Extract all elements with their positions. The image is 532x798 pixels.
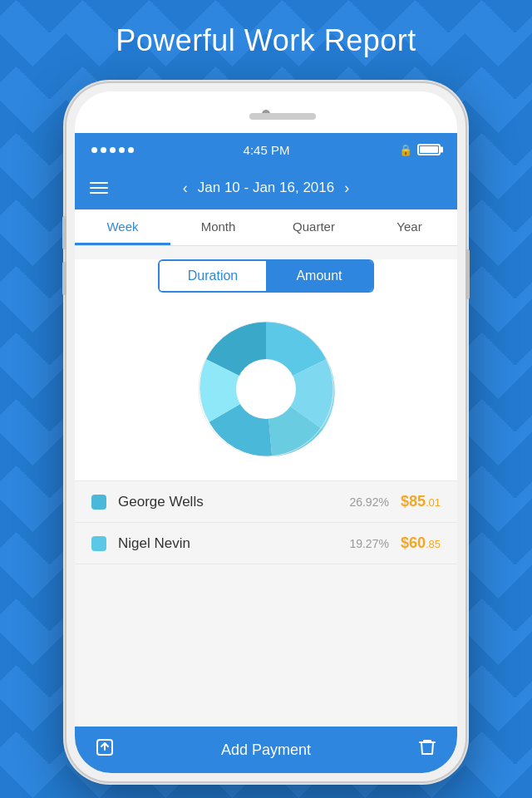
hamburger-line-3	[90, 192, 108, 194]
hamburger-line-2	[90, 187, 108, 189]
power-button[interactable]	[466, 249, 470, 299]
tab-month[interactable]: Month	[170, 209, 266, 245]
signal-dot-5	[128, 147, 134, 153]
tab-quarter[interactable]: Quarter	[266, 209, 362, 245]
signal-dots	[91, 147, 134, 153]
hamburger-line-1	[90, 182, 108, 184]
segment-duration[interactable]: Duration	[160, 261, 266, 291]
phone-screen: 4:45 PM 🔒 ‹ Jan 10 - Jan 16, 2016	[75, 91, 457, 773]
signal-dot-2	[101, 147, 106, 153]
bottom-bar: Add Payment	[75, 727, 457, 773]
content-area: Duration Amount	[75, 259, 457, 480]
nav-title: ‹ Jan 10 - Jan 16, 2016 ›	[183, 180, 349, 197]
pie-chart	[191, 314, 341, 464]
add-payment-button[interactable]: Add Payment	[221, 741, 311, 759]
signal-dot-3	[110, 147, 116, 153]
page-title: Powerful Work Report	[0, 23, 532, 58]
tab-bar: Week Month Quarter Year	[75, 209, 457, 246]
signal-dot-4	[119, 147, 125, 153]
status-time: 4:45 PM	[244, 143, 290, 157]
status-bar: 4:45 PM 🔒	[75, 133, 457, 166]
list-color-dot-2	[91, 536, 106, 551]
volume-up-button[interactable]	[62, 216, 66, 249]
battery-fill	[420, 146, 438, 153]
date-range-label: Jan 10 - Jan 16, 2016	[198, 180, 334, 196]
status-icons: 🔒	[399, 144, 441, 156]
segment-amount[interactable]: Amount	[266, 261, 372, 291]
nav-bar: ‹ Jan 10 - Jan 16, 2016 ›	[75, 166, 457, 209]
trash-button[interactable]	[417, 737, 437, 762]
export-button[interactable]	[95, 737, 115, 762]
hamburger-menu[interactable]	[90, 182, 108, 194]
list-name-2: Nigel Nevin	[118, 535, 349, 552]
speaker	[249, 113, 316, 120]
lock-icon: 🔒	[399, 144, 412, 156]
list-amount-2: $60.85	[401, 534, 441, 552]
list-percent-2: 19.27%	[349, 537, 388, 550]
list-item: Nigel Nevin 19.27% $60.85	[75, 523, 457, 564]
list-percent-1: 26.92%	[349, 495, 388, 509]
chart-area	[75, 306, 457, 480]
next-period-button[interactable]: ›	[344, 180, 349, 197]
volume-down-button[interactable]	[62, 262, 66, 295]
list-amount-1: $85.01	[401, 493, 441, 510]
signal-dot-1	[91, 147, 97, 153]
pie-center	[236, 359, 296, 419]
screen-content: 4:45 PM 🔒 ‹ Jan 10 - Jan 16, 2016	[75, 133, 457, 773]
list-item: George Wells 26.92% $85.01	[75, 481, 457, 523]
battery-icon	[417, 144, 441, 155]
tab-year[interactable]: Year	[362, 209, 457, 245]
prev-period-button[interactable]: ‹	[183, 180, 188, 197]
list-name-1: George Wells	[118, 494, 349, 510]
tab-week[interactable]: Week	[75, 209, 170, 245]
phone-frame: 4:45 PM 🔒 ‹ Jan 10 - Jan 16, 2016	[66, 83, 466, 781]
segment-control: Duration Amount	[158, 259, 374, 293]
list-section: George Wells 26.92% $85.01 Nigel Nevin 1…	[75, 480, 457, 564]
list-color-dot-1	[91, 495, 106, 510]
